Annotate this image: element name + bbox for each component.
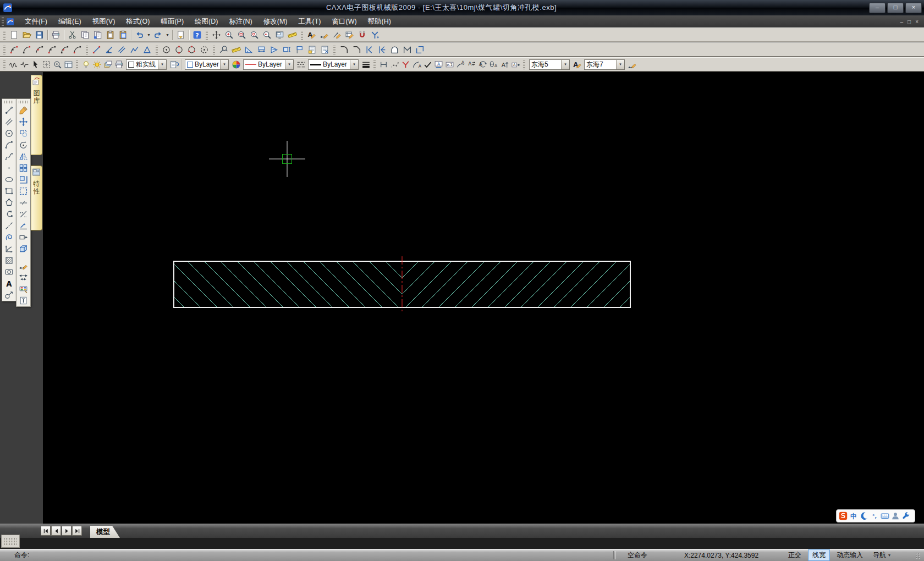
paste-button[interactable] [104, 29, 117, 41]
resize-grip[interactable] [914, 551, 922, 560]
draw-ellipse-button[interactable] [2, 174, 16, 185]
edit-dimension-tool-button[interactable] [16, 260, 30, 272]
arc-2-button[interactable] [20, 43, 33, 56]
menu-view[interactable]: 视图(V) [87, 16, 121, 28]
draw-circle-button[interactable] [2, 128, 16, 139]
edit-sheet-button[interactable] [343, 29, 356, 41]
redraw-view-button[interactable] [273, 29, 286, 41]
draw-spline-button[interactable] [2, 151, 16, 162]
zoom-previous-button[interactable] [261, 29, 273, 41]
coordinate-dimension-button[interactable] [280, 43, 293, 56]
linetype-settings-button[interactable] [295, 58, 306, 70]
color-combo[interactable]: ByLayer▾ [185, 59, 229, 70]
spline-wave-button[interactable] [8, 58, 19, 70]
image-palette-button[interactable] [16, 283, 30, 295]
measure-button[interactable] [286, 29, 299, 41]
drawing-canvas[interactable] [0, 72, 924, 524]
command-window-handle[interactable] [1, 535, 20, 548]
lineweight-settings-button[interactable] [360, 58, 371, 70]
arc-1-button[interactable] [8, 43, 20, 56]
extend-button[interactable] [16, 220, 30, 232]
corner-trim-2-button[interactable] [376, 43, 388, 56]
edit-coordinates-button[interactable] [331, 29, 343, 41]
arc-text-button[interactable]: A [411, 58, 422, 70]
angle-dimension-button[interactable] [243, 43, 255, 56]
tab-properties[interactable]: 特性 [31, 166, 42, 230]
datum-flag-button[interactable] [293, 43, 306, 56]
next-sheet-button[interactable] [62, 526, 72, 536]
menu-help[interactable]: 帮助(H) [362, 16, 397, 28]
combo-dropdown-icon[interactable]: ▾ [220, 60, 228, 69]
inspect-dimension-button[interactable] [217, 43, 230, 56]
chinese-mode-icon[interactable]: 中 [849, 512, 858, 521]
draw-rectangle-button[interactable] [2, 185, 16, 197]
rotate-button[interactable] [16, 139, 30, 151]
draw-arc-button[interactable] [2, 139, 16, 151]
copy-with-basepoint-button[interactable] [91, 29, 104, 41]
fullwidth-moon-icon[interactable] [859, 512, 868, 521]
draw-contour-button[interactable] [2, 208, 16, 220]
dynamic-input-toggle[interactable]: 动态输入 [832, 551, 868, 560]
help-button[interactable]: ? [191, 29, 204, 41]
ole-object-button[interactable] [174, 29, 187, 41]
toolbar-grip[interactable] [373, 59, 376, 69]
line-1-button[interactable] [90, 43, 103, 56]
text-style-button[interactable]: A [571, 58, 582, 70]
linear-dimension-button[interactable] [255, 43, 268, 56]
draw-polygon-button[interactable] [2, 197, 16, 208]
combo-dropdown-icon[interactable]: ▾ [616, 60, 624, 69]
lineweight-toggle[interactable]: 线宽 [808, 549, 830, 561]
leader-dimension-button[interactable] [268, 43, 280, 56]
dome-button[interactable] [388, 43, 401, 56]
corner-trim-1-button[interactable] [363, 43, 376, 56]
tab-library[interactable]: 图库 [31, 75, 42, 155]
dropdown-arrow-icon[interactable]: ▾ [164, 29, 170, 41]
draw-bubble-button[interactable] [2, 266, 16, 278]
insert-table-button[interactable] [16, 295, 30, 306]
sheet-check-button[interactable] [318, 43, 331, 56]
menubar-grip[interactable] [2, 17, 4, 26]
dropdown-arrow-icon[interactable]: ▾ [146, 29, 152, 41]
toolbar-grip[interactable] [333, 45, 336, 54]
open-button[interactable] [20, 29, 33, 41]
edit-text-button[interactable]: A [305, 29, 318, 41]
line-3-button[interactable] [116, 43, 128, 56]
move-button[interactable] [16, 116, 30, 128]
minimize-button[interactable]: – [869, 3, 886, 13]
mirror-button[interactable] [16, 151, 30, 162]
draw-leader-button[interactable] [2, 289, 16, 301]
undo-button[interactable] [133, 29, 146, 41]
stretch-button[interactable] [16, 232, 30, 243]
window-select-button[interactable] [41, 58, 52, 70]
chamfer-button[interactable] [350, 43, 363, 56]
pan-button[interactable] [210, 29, 223, 41]
menu-format[interactable]: 格式(O) [120, 16, 155, 28]
draw-centerline-button[interactable] [2, 220, 16, 232]
circle-4-button[interactable] [198, 43, 211, 56]
text-box-button[interactable]: A [433, 58, 444, 70]
draw-formula-curve-button[interactable] [2, 243, 16, 255]
arc-3-button[interactable] [33, 43, 46, 56]
model-tab[interactable]: 模型 [90, 526, 120, 538]
sketch-trim-button[interactable] [400, 58, 411, 70]
text-vertical-button[interactable]: A [499, 58, 510, 70]
zoom-all-button[interactable] [248, 29, 261, 41]
polyline-button[interactable] [19, 58, 30, 70]
scale-corner-button[interactable] [16, 174, 30, 185]
plot-layer-button[interactable] [113, 58, 124, 70]
combo-dropdown-icon[interactable]: ▾ [350, 60, 358, 69]
menu-edit[interactable]: 编辑(E) [53, 16, 87, 28]
draw-hatch-button[interactable] [2, 255, 16, 266]
line-2-button[interactable] [103, 43, 116, 56]
dimension-style-combo[interactable]: 东海7▾ [584, 59, 625, 70]
arc-4-button[interactable] [46, 43, 58, 56]
settings-wrench-icon[interactable] [901, 512, 910, 521]
pick-button[interactable] [30, 58, 41, 70]
frame-button[interactable] [401, 43, 414, 56]
cut-button[interactable] [66, 29, 79, 41]
toolbar-grip[interactable] [3, 45, 6, 54]
copy-entities-button[interactable] [16, 128, 30, 139]
toolbar-grip[interactable] [3, 30, 6, 40]
mdi-close-button[interactable]: × [915, 19, 919, 25]
line-5-button[interactable] [141, 43, 153, 56]
